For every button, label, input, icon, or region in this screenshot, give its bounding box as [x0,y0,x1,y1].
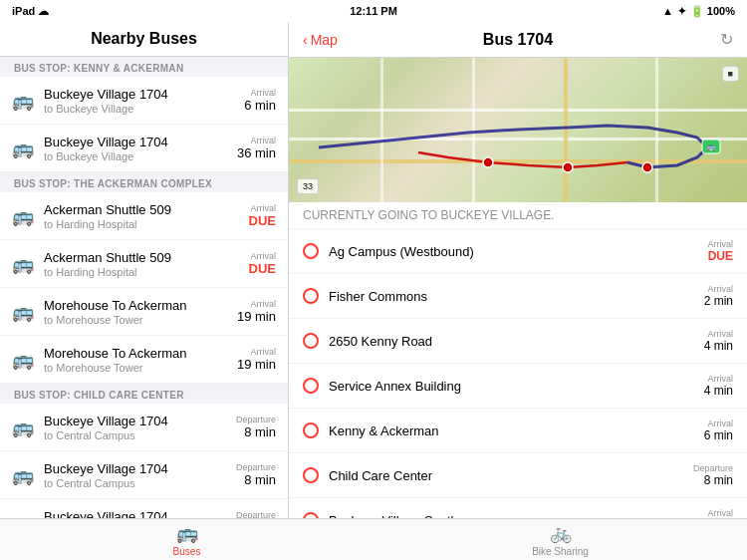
bus-vehicle-icon: 🚌 [12,464,34,486]
bus-dest: to Morehouse Tower [44,314,237,326]
stop-item[interactable]: Service Annex Building Arrival 4 min [289,364,747,409]
time-label: Arrival [237,347,276,357]
bus-time: Arrival 36 min [237,136,276,160]
status-bar: iPad ☁ 12:11 PM ▲ ✦ 🔋 100% [0,0,747,22]
stop-name: Kenny & Ackerman [329,423,704,438]
bus-vehicle-icon: 🚌 [12,417,34,438]
stop-item[interactable]: Buckeye Village South Arrival 10 min [289,498,747,518]
stop-item[interactable]: Fisher Commons Arrival 2 min [289,274,747,319]
bus-icon: 🚌 [12,138,34,159]
list-item[interactable]: 🚌 Morehouse To Ackerman to Morehouse Tow… [0,288,288,336]
bus-info: Ackerman Shuttle 509 to Harding Hospital [44,202,249,230]
chevron-left-icon: ‹ [303,32,308,48]
stop-time: Arrival DUE [707,239,733,263]
tab-item-buses[interactable]: 🚌 Buses [0,519,374,560]
time-value: DUE [249,213,276,228]
bus-dest: to Buckeye Village [44,103,244,115]
stop-dot [303,467,319,483]
stop-time: Arrival 10 min [697,508,733,518]
stop-time-label: Arrival [704,284,733,294]
tab-icon: 🚌 [176,522,198,544]
stop-list[interactable]: Ag Campus (Westbound) Arrival DUE Fisher… [289,229,747,518]
bus-name: Buckeye Village 1704 [44,461,236,476]
bus-time: Departure 8 min [236,415,276,439]
bus-name: Buckeye Village 1704 [44,414,236,428]
route-svg: 🚌 [289,58,747,202]
bus-info: Buckeye Village 1704 to Central Campus [44,461,236,489]
stop-time-value: 4 min [704,339,733,353]
bus-info: Buckeye Village 1704 to Buckeye Village [44,87,244,115]
stop-time: Departure 8 min [693,463,733,487]
stop-time-value: 6 min [704,428,733,442]
stop-item[interactable]: 2650 Kenny Road Arrival 4 min [289,319,747,364]
stop-time: Arrival 6 min [704,419,733,442]
stop-time: Arrival 2 min [704,284,733,308]
time-value: 19 min [237,357,276,372]
tab-item-bike-sharing[interactable]: 🚲 Bike Sharing [374,519,747,560]
bus-info: Buckeye Village 1704 to Central Campus [44,509,236,519]
stop-group-header: BUS STOP: THE ACKERMAN COMPLEX [0,172,288,192]
bus-name: Morehouse To Ackerman [44,346,237,361]
bus-name: Buckeye Village 1704 [44,87,244,102]
stop-time: Arrival 4 min [704,329,733,353]
list-item[interactable]: 🚌 Ackerman Shuttle 509 to Harding Hospit… [0,240,288,288]
svg-point-2 [642,162,652,172]
back-button[interactable]: ‹ Map [303,32,338,48]
bus-vehicle-icon: 🚌 [12,301,34,323]
bus-time: Arrival 6 min [244,88,276,113]
bus-vehicle-icon: 🚌 [12,349,34,371]
time-label: Departure [236,462,276,472]
stop-time-value: DUE [707,249,733,263]
tab-bar: 🚌 Buses 🚲 Bike Sharing [0,518,747,560]
stop-group-header: BUS STOP: CHILD CARE CENTER [0,384,288,404]
bus-vehicle-icon: 🚌 [12,205,34,227]
list-item[interactable]: 🚌 Buckeye Village 1704 to Central Campus… [0,404,288,451]
map-background: 🚌 ■ 33 [289,58,747,202]
bus-time: Arrival 19 min [237,299,276,324]
stop-name: Child Care Center [329,468,693,483]
bus-info: Buckeye Village 1704 to Central Campus [44,414,236,441]
time-label: Arrival [244,88,276,98]
bus-icon: 🚌 [12,205,34,227]
stop-time: Arrival 4 min [704,374,733,398]
time-label: Arrival [249,251,276,261]
stop-group-header: BUS STOP: KENNY & ACKERMAN [0,57,288,77]
stop-dot [303,422,319,438]
map-area[interactable]: 🚌 ■ 33 [289,58,747,202]
stop-time-label: Departure [693,463,733,473]
time-value: 36 min [237,145,276,160]
bus-icon: 🚌 [12,90,34,112]
list-item[interactable]: 🚌 Ackerman Shuttle 509 to Harding Hospit… [0,192,288,240]
stop-time-label: Arrival [704,419,733,428]
bus-name: Morehouse To Ackerman [44,298,237,313]
stop-time-value: 4 min [704,384,733,398]
stop-item[interactable]: Child Care Center Departure 8 min [289,453,747,498]
bluetooth-icon: ✦ [677,5,686,18]
bus-dest: to Buckeye Village [44,150,237,162]
left-scroll[interactable]: BUS STOP: KENNY & ACKERMAN 🚌 Buckeye Vil… [0,57,288,518]
going-label: CURRENTLY GOING TO BUCKEYE VILLAGE. [289,202,747,229]
stop-item[interactable]: Ag Campus (Westbound) Arrival DUE [289,229,747,274]
bus-name: Buckeye Village 1704 [44,135,237,149]
list-item[interactable]: 🚌 Buckeye Village 1704 to Central Campus… [0,499,288,518]
svg-point-0 [483,157,493,167]
time-label: Departure [236,510,276,518]
stop-name: Ag Campus (Westbound) [329,244,707,259]
list-item[interactable]: 🚌 Morehouse To Ackerman to Morehouse Tow… [0,336,288,384]
back-label: Map [311,32,338,48]
stop-name: Service Annex Building [329,379,704,394]
list-item[interactable]: 🚌 Buckeye Village 1704 to Central Campus… [0,451,288,499]
stop-time-label: Arrival [704,329,733,339]
bus-time: Departure 38 min [236,510,276,518]
bus-info: Morehouse To Ackerman to Morehouse Tower [44,298,237,326]
refresh-icon[interactable]: ↻ [720,30,733,49]
right-panel-title: Bus 1704 [483,31,553,49]
right-header: ‹ Map Bus 1704 ↻ [289,22,747,58]
list-item[interactable]: 🚌 Buckeye Village 1704 to Buckeye Villag… [0,125,288,172]
tab-icon: 🚲 [550,522,572,544]
list-item[interactable]: 🚌 Buckeye Village 1704 to Buckeye Villag… [0,77,288,125]
stop-item[interactable]: Kenny & Ackerman Arrival 6 min [289,409,747,453]
bus-info: Ackerman Shuttle 509 to Harding Hospital [44,250,249,278]
stop-time-value: 8 min [693,473,733,487]
bus-time: Arrival 19 min [237,347,276,372]
